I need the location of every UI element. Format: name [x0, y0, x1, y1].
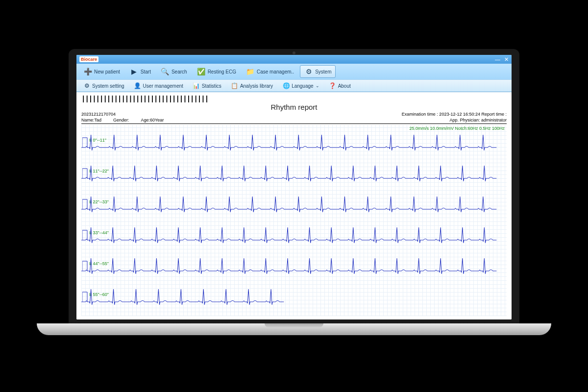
- language-icon: 🌐: [283, 82, 290, 89]
- ecg-lead-row: II 44"--55": [81, 252, 507, 282]
- system-icon: ⚙: [304, 67, 313, 76]
- barcode: |||||||||||||||||||||||||||||||||||: [81, 95, 507, 103]
- ecg-waveform: [81, 160, 507, 189]
- laptop-notch: [265, 323, 323, 327]
- laptop-base: [37, 323, 551, 335]
- ecg-grid: 25.0mm/s 10.0mm/mV Notch:60Hz 0.5Hz 100H…: [81, 125, 507, 316]
- laptop-frame: Biocare — ✕ ➕New patient▶Start🔍Search✅Re…: [69, 49, 519, 343]
- ribbon-user-management[interactable]: 👤User management: [130, 81, 187, 90]
- analysis-library-label: Analysis library: [240, 83, 273, 89]
- chevron-down-icon: ⌄: [316, 83, 319, 88]
- resting-ecg-label: Resting ECG: [208, 69, 236, 74]
- titlebar: Biocare — ✕: [76, 55, 512, 64]
- ribbon-start[interactable]: ▶Start: [126, 66, 155, 77]
- patient-name: Name:Tad: [81, 118, 101, 122]
- ribbon-case-management[interactable]: 📁Case managem..: [242, 66, 298, 77]
- patient-gender: Gender:: [113, 118, 129, 122]
- ribbon-search[interactable]: 🔍Search: [157, 66, 191, 77]
- ribbon-main-row: ➕New patient▶Start🔍Search✅Resting ECG📁Ca…: [76, 64, 512, 79]
- statistics-label: Statistics: [202, 83, 221, 89]
- brand-logo: Biocare: [79, 56, 98, 62]
- analysis-library-icon: 📋: [231, 82, 238, 89]
- physician: App. Physician: administrator: [449, 118, 507, 122]
- ecg-lead-row: II 55"--60": [81, 283, 507, 313]
- search-icon: 🔍: [161, 67, 170, 76]
- ecg-waveform: [81, 221, 507, 251]
- about-label: About: [338, 83, 351, 89]
- about-icon: ❓: [329, 82, 336, 89]
- ribbon-new-patient[interactable]: ➕New patient: [79, 66, 124, 77]
- exam-id: 20231212170704: [81, 112, 116, 117]
- statistics-icon: 📊: [193, 82, 200, 89]
- ribbon-resting-ecg[interactable]: ✅Resting ECG: [193, 66, 240, 77]
- language-label: Language: [292, 83, 314, 89]
- exam-time: Examination time : 2023-12-12 16:50:24 R…: [402, 112, 507, 117]
- case-management-label: Case managem..: [257, 69, 294, 74]
- search-label: Search: [172, 69, 187, 74]
- new-patient-label: New patient: [94, 69, 120, 74]
- start-label: Start: [141, 69, 151, 74]
- new-patient-icon: ➕: [83, 67, 92, 76]
- window-controls: — ✕: [495, 56, 509, 63]
- ecg-lead-row: II 0"--11": [81, 129, 507, 158]
- ecg-lead-row: II 11"--22": [81, 160, 507, 189]
- system-setting-label: System setting: [92, 83, 124, 89]
- ecg-waveform: [81, 129, 507, 158]
- ribbon-system[interactable]: ⚙System: [300, 65, 336, 78]
- system-label: System: [315, 69, 331, 74]
- camera-icon: [293, 51, 295, 54]
- ribbon-system-setting[interactable]: ⚙System setting: [79, 81, 128, 90]
- ecg-waveform: [81, 252, 507, 282]
- laptop-screen: Biocare — ✕ ➕New patient▶Start🔍Search✅Re…: [69, 49, 519, 323]
- ecg-waveform: [81, 191, 507, 220]
- ribbon: ➕New patient▶Start🔍Search✅Resting ECG📁Ca…: [76, 64, 512, 92]
- report-header: ||||||||||||||||||||||||||||||||||| Rhyt…: [81, 95, 507, 124]
- start-icon: ▶: [130, 67, 139, 76]
- app-window: Biocare — ✕ ➕New patient▶Start🔍Search✅Re…: [76, 55, 512, 319]
- system-setting-icon: ⚙: [83, 82, 90, 89]
- ribbon-language[interactable]: 🌐Language ⌄: [279, 81, 323, 90]
- report-title: Rhythm report: [81, 103, 507, 111]
- ribbon-statistics[interactable]: 📊Statistics: [189, 81, 225, 90]
- minimize-button[interactable]: —: [495, 56, 500, 63]
- ribbon-sub-row: ⚙System setting👤User management📊Statisti…: [76, 79, 512, 92]
- resting-ecg-icon: ✅: [197, 67, 206, 76]
- close-button[interactable]: ✕: [504, 56, 509, 63]
- ribbon-about[interactable]: ❓About: [325, 81, 355, 90]
- ecg-waveform: [81, 283, 507, 313]
- patient-age: Age:60Year: [141, 118, 164, 122]
- user-management-icon: 👤: [134, 82, 141, 89]
- ecg-lead-row: II 33"--44": [81, 221, 507, 251]
- ribbon-analysis-library[interactable]: 📋Analysis library: [227, 81, 277, 90]
- user-management-label: User management: [143, 83, 183, 89]
- case-management-icon: 📁: [246, 67, 255, 76]
- content-area: ||||||||||||||||||||||||||||||||||| Rhyt…: [76, 92, 512, 319]
- ecg-lead-row: II 22"--33": [81, 191, 507, 220]
